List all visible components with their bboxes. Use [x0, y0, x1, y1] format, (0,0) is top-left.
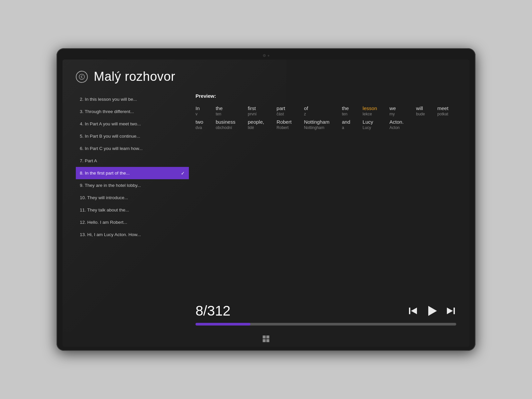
- word-pair: ofz: [304, 105, 337, 116]
- svg-rect-8: [263, 339, 266, 342]
- word-pair: theten: [216, 105, 243, 116]
- svg-rect-6: [263, 335, 266, 338]
- svg-rect-7: [266, 335, 269, 338]
- word-pair: twodva: [196, 119, 211, 130]
- page-title: Malý rozhovor: [94, 69, 175, 84]
- word-english: two: [196, 119, 203, 125]
- word-pair: firstprvní: [248, 105, 272, 116]
- word-czech: lidé: [248, 125, 254, 130]
- word-czech: dva: [196, 125, 202, 130]
- svg-marker-5: [447, 308, 453, 314]
- progress-bar[interactable]: [196, 323, 456, 326]
- word-czech: z: [304, 112, 306, 116]
- word-czech: obchodní: [216, 125, 232, 130]
- word-czech: první: [248, 112, 257, 116]
- prev-button[interactable]: [408, 306, 418, 316]
- svg-rect-4: [454, 308, 455, 314]
- word-english: we: [389, 105, 396, 111]
- word-pair: theten: [342, 105, 358, 116]
- word-english: business: [216, 119, 235, 125]
- svg-rect-1: [409, 308, 410, 314]
- word-english: Robert: [277, 119, 292, 125]
- word-english: will: [416, 105, 423, 111]
- word-english: Acton.: [389, 119, 404, 125]
- playlist-item[interactable]: 6. In Part C you will learn how...: [76, 142, 189, 155]
- word-pair: anda: [342, 119, 358, 130]
- word-czech: Lucy: [363, 125, 371, 130]
- progress-fill: [196, 323, 250, 326]
- word-czech: ten: [216, 112, 221, 116]
- player-row: 8/312: [196, 303, 456, 319]
- word-english: and: [342, 119, 350, 125]
- playlist-item[interactable]: 3. Through three different...: [76, 105, 189, 118]
- playlist-item[interactable]: 11. They talk about the...: [76, 204, 189, 216]
- word-pair: LucyLucy: [363, 119, 385, 130]
- word-czech: a: [342, 125, 344, 130]
- tablet: Malý rozhovor 2. In this lesson you will…: [57, 48, 475, 351]
- back-button[interactable]: [76, 71, 88, 83]
- word-czech: ten: [342, 112, 347, 116]
- word-czech: bude: [416, 112, 425, 116]
- player-section: 8/312: [196, 303, 456, 326]
- word-pair: Inv: [196, 105, 211, 116]
- preview-area: Preview: Invthetenfirstprvnípartčástofzt…: [189, 93, 456, 326]
- svg-point-0: [79, 74, 84, 79]
- word-english: the: [342, 105, 349, 111]
- word-pair: Acton.Acton: [389, 119, 411, 130]
- word-english: Lucy: [363, 119, 373, 125]
- word-czech: Robert: [277, 125, 289, 130]
- word-pair: meetpotkat: [437, 105, 456, 116]
- word-czech: v: [196, 112, 198, 116]
- playlist-item[interactable]: 13. Hi, I am Lucy Acton. How...: [76, 228, 189, 241]
- word-pair: willbude: [416, 105, 433, 116]
- preview-label: Preview:: [196, 93, 456, 99]
- word-english: meet: [437, 105, 448, 111]
- word-czech: Acton: [389, 125, 400, 130]
- playlist-item[interactable]: 4. In Part A you will meet two...: [76, 118, 189, 130]
- word-english: the: [216, 105, 223, 111]
- track-counter: 8/312: [196, 303, 230, 319]
- svg-rect-9: [266, 339, 269, 342]
- camera-lens: [263, 54, 266, 57]
- word-czech: lekce: [363, 112, 372, 116]
- playlist-item[interactable]: 10. They will introduce...: [76, 192, 189, 204]
- playlist-item[interactable]: 8. In the first part of the...✓: [76, 167, 189, 179]
- word-english: In: [196, 105, 200, 111]
- preview-words: Invthetenfirstprvnípartčástofzthetenless…: [196, 105, 456, 130]
- word-czech: potkat: [437, 112, 448, 116]
- word-english: first: [248, 105, 256, 111]
- word-pair: RobertRobert: [277, 119, 299, 130]
- playlist-item[interactable]: 12. Hello. I am Robert...: [76, 216, 189, 228]
- word-czech: část: [277, 112, 284, 116]
- playlist-item[interactable]: 5. In Part B you will continue...: [76, 130, 189, 142]
- word-czech: Nottingham: [304, 125, 324, 130]
- svg-marker-2: [411, 308, 417, 314]
- playlist: 2. In this lesson you will be...3. Throu…: [76, 93, 189, 326]
- word-pair: NottinghamNottingham: [304, 119, 337, 130]
- header: Malý rozhovor: [76, 69, 456, 84]
- content-area: 2. In this lesson you will be...3. Throu…: [76, 93, 456, 326]
- windows-logo-icon: [262, 335, 270, 344]
- word-pair: partčást: [277, 105, 299, 116]
- camera-light: [268, 55, 269, 57]
- next-button[interactable]: [446, 306, 456, 316]
- word-pair: businessobchodní: [216, 119, 243, 130]
- word-pair: lessonlekce: [363, 105, 385, 116]
- taskbar: [63, 332, 469, 347]
- word-english: lesson: [363, 105, 377, 111]
- play-button[interactable]: [426, 305, 438, 317]
- svg-marker-3: [428, 306, 437, 316]
- playlist-item[interactable]: 9. They are in the hotel lobby...: [76, 179, 189, 192]
- player-controls: [408, 305, 456, 317]
- playlist-item[interactable]: 7. Part A: [76, 155, 189, 167]
- word-english: Nottingham: [304, 119, 330, 125]
- playlist-item[interactable]: 2. In this lesson you will be...: [76, 93, 189, 105]
- word-english: of: [304, 105, 308, 111]
- camera-bar: [63, 54, 469, 57]
- word-pair: people,lidé: [248, 119, 272, 130]
- word-english: part: [277, 105, 285, 111]
- word-english: people,: [248, 119, 264, 125]
- word-czech: my: [389, 112, 395, 116]
- word-pair: wemy: [389, 105, 411, 116]
- screen: Malý rozhovor 2. In this lesson you will…: [63, 60, 469, 347]
